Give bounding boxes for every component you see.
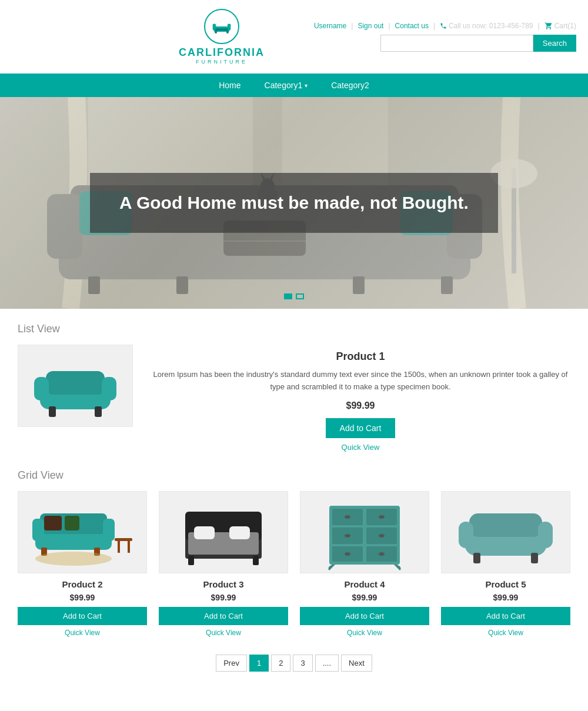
search-button[interactable]: Search	[533, 35, 576, 52]
header-links: Username | Sign out | Contact us | Call …	[314, 22, 576, 30]
product4-add-to-cart[interactable]: Add to Cart	[300, 607, 429, 625]
svg-rect-14	[176, 276, 188, 294]
svg-point-65	[379, 552, 385, 556]
header: CARLIFORNIA FURNITURE Username | Sign ou…	[0, 0, 588, 74]
grid-product-2: Product 2 $99.99 Add to Cart Quick View	[18, 491, 147, 637]
logo-sofa-icon	[211, 16, 232, 37]
svg-rect-42	[115, 538, 132, 541]
product3-svg	[171, 491, 276, 573]
grid-product-5: Product 5 $99.99 Add to Cart Quick View	[441, 491, 570, 637]
username-link[interactable]: Username	[314, 22, 346, 30]
svg-rect-51	[188, 556, 194, 565]
nav-item-home[interactable]: Home	[207, 74, 252, 97]
product2-quick-view[interactable]: Quick View	[18, 629, 147, 637]
list-view-item: Product 1 Lorem Ipsum has been the indus…	[18, 345, 570, 452]
hero-dot-1[interactable]	[284, 293, 292, 299]
hero-dot-2[interactable]	[296, 293, 304, 299]
product1-price: $99.99	[151, 400, 570, 411]
svg-rect-5	[226, 31, 229, 34]
svg-rect-30	[34, 377, 49, 400]
svg-rect-41	[65, 516, 79, 530]
grid-view-title: Grid View	[18, 469, 570, 482]
logo-icon	[204, 9, 239, 44]
prev-page-button[interactable]: Prev	[216, 655, 247, 672]
svg-rect-36	[32, 519, 44, 541]
product2-svg	[29, 491, 135, 573]
page-ellipsis[interactable]: ....	[315, 655, 339, 672]
cart-icon	[544, 22, 553, 30]
page-3-button[interactable]: 3	[293, 655, 312, 672]
product5-add-to-cart[interactable]: Add to Cart	[441, 607, 570, 625]
page-1-button[interactable]: 1	[249, 655, 269, 672]
svg-point-64	[379, 534, 385, 538]
search-bar: Search	[380, 35, 576, 52]
svg-point-63	[379, 515, 385, 519]
nav-item-category2[interactable]: Category2	[319, 74, 381, 97]
svg-rect-33	[95, 406, 102, 417]
product5-name: Product 5	[441, 579, 570, 589]
logo[interactable]: CARLIFORNIA FURNITURE	[179, 9, 265, 65]
svg-point-45	[35, 552, 112, 566]
svg-rect-69	[538, 522, 553, 548]
svg-point-62	[345, 552, 350, 556]
signout-link[interactable]: Sign out	[358, 22, 383, 30]
svg-rect-68	[459, 522, 473, 548]
phone-icon	[440, 22, 447, 29]
product4-quick-view[interactable]: Quick View	[300, 629, 429, 637]
main-content: List View Product 1 Lorem Ipsum has been…	[6, 309, 582, 703]
product4-name: Product 4	[300, 579, 429, 589]
product1-image	[18, 345, 133, 427]
hero-banner: A Good Home must be made, not Bought.	[0, 97, 588, 309]
product1-chair-svg	[28, 351, 122, 421]
product1-quick-view[interactable]: Quick View	[151, 443, 570, 452]
svg-rect-32	[49, 406, 56, 417]
grid-product-3: Product 3 $99.99 Add to Cart Quick View	[159, 491, 288, 637]
svg-rect-70	[473, 553, 480, 563]
hero-heading: A Good Home must be made, not Bought.	[119, 191, 469, 215]
product2-name: Product 2	[18, 579, 147, 589]
product3-name: Product 3	[159, 579, 288, 589]
nav-item-category1[interactable]: Category1 ▾	[253, 74, 320, 97]
svg-rect-67	[469, 513, 542, 537]
product1-description: Lorem Ipsum has been the industry's stan…	[151, 369, 570, 393]
svg-point-61	[345, 534, 350, 538]
hero-text-box: A Good Home must be made, not Bought.	[90, 173, 498, 233]
dropdown-arrow-icon: ▾	[305, 82, 308, 89]
cart-link[interactable]: Cart(1)	[544, 22, 576, 30]
grid-product-4: Product 4 $99.99 Add to Cart Quick View	[300, 491, 429, 637]
svg-rect-16	[441, 276, 453, 294]
page-2-button[interactable]: 2	[271, 655, 290, 672]
svg-rect-4	[215, 31, 217, 34]
product3-price: $99.99	[159, 593, 288, 602]
svg-rect-37	[103, 519, 115, 541]
product5-quick-view[interactable]: Quick View	[441, 629, 570, 637]
phone-link[interactable]: Call us now: 0123-456-789	[440, 22, 533, 30]
product1-name: Product 1	[151, 351, 570, 363]
svg-rect-49	[194, 526, 215, 539]
product3-quick-view[interactable]: Quick View	[159, 629, 288, 637]
product3-add-to-cart[interactable]: Add to Cart	[159, 607, 288, 625]
product2-add-to-cart[interactable]: Add to Cart	[18, 607, 147, 625]
header-right: Username | Sign out | Contact us | Call …	[314, 22, 576, 52]
svg-rect-31	[102, 377, 116, 400]
hero-pagination-dots[interactable]	[284, 293, 304, 299]
svg-point-60	[345, 515, 350, 519]
product4-price: $99.99	[300, 593, 429, 602]
svg-rect-29	[46, 371, 105, 395]
contact-link[interactable]: Contact us	[395, 22, 429, 30]
search-input[interactable]	[380, 35, 533, 52]
svg-rect-15	[353, 276, 365, 294]
list-view-title: List View	[18, 323, 570, 335]
logo-name: CARLIFORNIA	[179, 46, 265, 59]
svg-rect-44	[128, 541, 130, 553]
svg-rect-43	[118, 541, 120, 553]
svg-rect-11	[47, 194, 82, 259]
product1-info: Product 1 Lorem Ipsum has been the indus…	[151, 345, 570, 452]
svg-rect-52	[253, 556, 259, 565]
product5-price: $99.99	[441, 593, 570, 602]
svg-rect-40	[44, 516, 62, 530]
next-page-button[interactable]: Next	[341, 655, 372, 672]
product3-image	[159, 491, 288, 573]
product2-image	[18, 491, 147, 573]
product1-add-to-cart[interactable]: Add to Cart	[326, 418, 396, 438]
